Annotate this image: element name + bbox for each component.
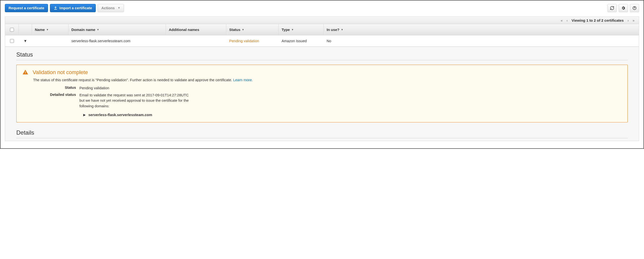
inuse-column-label: In use? <box>327 28 340 32</box>
name-column-label: Name <box>35 28 45 32</box>
expand-column <box>19 24 32 35</box>
warning-icon <box>22 69 28 76</box>
kv-row-status: Status Pending validation <box>33 85 622 91</box>
detail-panel: Status Validation not complete The statu… <box>5 47 639 141</box>
status-section-title: Status <box>16 51 628 60</box>
sort-caret-icon: ▼ <box>341 28 344 31</box>
refresh-button[interactable] <box>608 4 617 12</box>
toolbar: Request a certificate Import a certifica… <box>5 4 639 12</box>
row-checkbox[interactable] <box>10 39 14 43</box>
row-status-cell: Pending validation <box>226 35 279 46</box>
table-row[interactable]: ▼ serverless-flask.serverlessteam.com Pe… <box>5 35 639 47</box>
pending-domains-list: ▶ serverless-flask.serverlessteam.com <box>83 113 622 117</box>
type-column-header[interactable]: Type ▼ <box>279 24 324 35</box>
row-expand-cell[interactable]: ▼ <box>19 35 32 46</box>
refresh-icon <box>610 6 614 10</box>
row-select-cell <box>5 35 19 46</box>
validation-alert: Validation not complete The status of th… <box>16 65 628 122</box>
select-all-column <box>5 24 19 35</box>
row-inuse-cell: No <box>324 35 639 46</box>
request-certificate-label: Request a certificate <box>8 6 44 10</box>
sort-caret-icon: ▼ <box>97 28 99 31</box>
learn-more-link[interactable]: Learn more. <box>233 78 253 82</box>
sort-caret-icon: ▼ <box>46 28 49 31</box>
upload-icon <box>54 6 58 10</box>
sort-caret-icon: ▼ <box>291 28 294 31</box>
pager-text: Viewing 1 to 2 of 2 certificates <box>572 18 624 23</box>
status-column-header[interactable]: Status ▼ <box>226 24 279 35</box>
type-column-label: Type <box>282 28 290 32</box>
inuse-column-header[interactable]: In use? ▼ <box>324 24 639 35</box>
help-button[interactable] <box>630 4 639 12</box>
row-type-cell: Amazon Issued <box>279 35 324 46</box>
additional-names-column-header[interactable]: Additional names <box>166 24 226 35</box>
row-name-cell <box>32 35 68 46</box>
caret-down-icon: ▼ <box>118 6 120 10</box>
select-all-checkbox[interactable] <box>10 28 14 32</box>
row-domain-cell: serverless-flask.serverlessteam.com <box>68 35 166 46</box>
certificates-table: Name ▼ Domain name ▼ Additional names St… <box>5 24 639 47</box>
first-page-icon[interactable]: « <box>561 19 563 23</box>
import-certificate-label: Import a certificate <box>60 6 92 10</box>
pending-domain-item[interactable]: ▶ serverless-flask.serverlessteam.com <box>83 113 622 117</box>
expand-right-icon: ▶ <box>83 113 86 117</box>
domain-column-header[interactable]: Domain name ▼ <box>68 24 166 35</box>
gear-icon <box>621 6 626 10</box>
domain-column-label: Domain name <box>71 28 95 32</box>
help-icon <box>632 6 637 10</box>
pending-domain-name: serverless-flask.serverlessteam.com <box>88 113 152 117</box>
next-page-icon[interactable]: › <box>628 19 629 23</box>
settings-button[interactable] <box>619 4 628 12</box>
kv-detailed-label: Detailed status <box>33 92 80 109</box>
alert-title: Validation not complete <box>33 69 88 76</box>
expand-caret-icon: ▼ <box>24 39 27 43</box>
actions-dropdown-button[interactable]: Actions ▼ <box>98 4 124 12</box>
alert-header: Validation not complete <box>22 69 622 76</box>
status-key-values: Status Pending validation Detailed statu… <box>33 85 622 109</box>
row-additional-cell <box>166 35 226 46</box>
details-section-title: Details <box>16 129 628 138</box>
kv-row-detailed: Detailed status Email to validate the re… <box>33 92 622 109</box>
page-container: Request a certificate Import a certifica… <box>0 1 644 148</box>
last-page-icon[interactable]: » <box>632 19 634 23</box>
pagination-bar: « ‹ Viewing 1 to 2 of 2 certificates › » <box>5 17 639 24</box>
sort-caret-icon: ▼ <box>242 28 244 31</box>
additional-names-column-label: Additional names <box>169 28 199 32</box>
request-certificate-button[interactable]: Request a certificate <box>5 4 48 12</box>
alert-message: The status of this certificate request i… <box>33 78 622 82</box>
status-column-label: Status <box>229 28 240 32</box>
alert-message-text: The status of this certificate request i… <box>33 78 233 82</box>
kv-status-value: Pending validation <box>80 85 192 91</box>
table-header-row: Name ▼ Domain name ▼ Additional names St… <box>5 24 639 35</box>
actions-label: Actions <box>101 6 115 10</box>
import-certificate-button[interactable]: Import a certificate <box>50 4 96 12</box>
kv-status-label: Status <box>33 85 80 91</box>
name-column-header[interactable]: Name ▼ <box>32 24 68 35</box>
prev-page-icon[interactable]: ‹ <box>566 19 568 23</box>
kv-detailed-value: Email to validate the request was sent a… <box>80 92 192 109</box>
